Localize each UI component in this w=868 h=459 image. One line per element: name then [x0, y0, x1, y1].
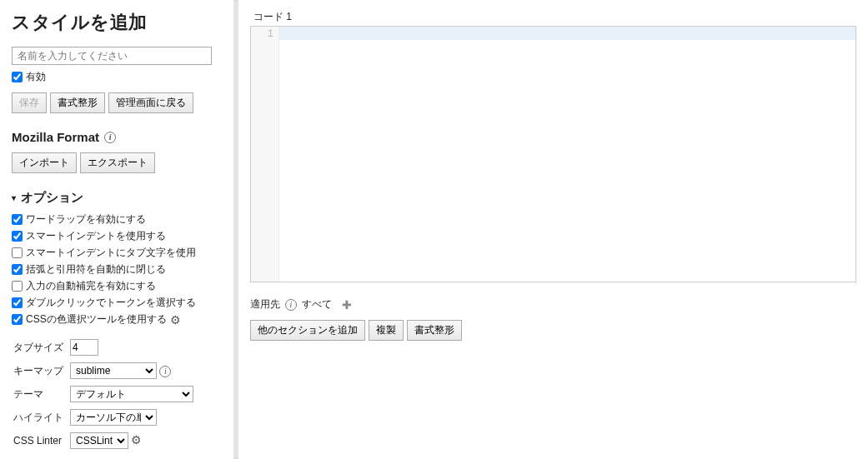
applies-to-value: すべて: [302, 297, 332, 312]
main-pane: コード 1 1 適用先 i すべて ✚ 他のセクションを追加 複製 書式整形: [238, 0, 868, 459]
keymap-label: キーマップ: [13, 360, 68, 382]
theme-select[interactable]: デフォルト: [70, 386, 193, 402]
options-heading[interactable]: ▾ オプション: [12, 190, 223, 206]
code-section-label: コード 1: [250, 10, 856, 24]
name-row: [12, 47, 223, 65]
tabsize-label: タブサイズ: [13, 337, 68, 358]
dblclick-checkbox[interactable]: [12, 297, 23, 308]
action-buttons: 保存 書式整形 管理画面に戻る: [12, 92, 223, 113]
gear-icon[interactable]: ⚙: [170, 314, 181, 326]
mozilla-buttons: インポート エクスポート: [12, 152, 223, 173]
add-section-button[interactable]: 他のセクションを追加: [250, 320, 365, 341]
code-gutter: 1: [251, 27, 279, 282]
tabsize-input[interactable]: [70, 339, 98, 356]
option-colorpicker[interactable]: CSSの色選択ツールを使用する ⚙: [12, 312, 223, 327]
highlight-select[interactable]: カーソル下の単語: [70, 409, 157, 426]
beautify-section-button[interactable]: 書式整形: [407, 320, 462, 341]
option-dblclick[interactable]: ダブルクリックでトークンを選択する: [12, 296, 223, 310]
code-active-line: [279, 27, 855, 40]
option-smartindent[interactable]: スマートインデントを使用する: [12, 229, 223, 243]
section-buttons: 他のセクションを追加 複製 書式整形: [250, 320, 856, 341]
gear-icon[interactable]: ⚙: [131, 434, 142, 446]
add-applies-button[interactable]: ✚: [342, 298, 352, 312]
applies-to-row: 適用先 i すべて ✚: [250, 297, 856, 312]
linter-label: CSS Linter: [13, 430, 68, 452]
autocomplete-checkbox[interactable]: [12, 281, 23, 292]
info-icon[interactable]: i: [285, 299, 297, 311]
applies-to-label: 適用先: [250, 297, 280, 312]
enabled-label: 有効: [26, 70, 46, 84]
code-editor[interactable]: 1: [250, 26, 856, 282]
page-title: スタイルを追加: [12, 10, 223, 35]
option-autoclose[interactable]: 括弧と引用符を自動的に閉じる: [12, 262, 223, 277]
clone-button[interactable]: 複製: [369, 320, 404, 341]
smartindent-checkbox[interactable]: [12, 231, 23, 242]
enabled-checkbox[interactable]: [12, 72, 23, 82]
option-wordwrap[interactable]: ワードラップを有効にする: [12, 212, 223, 227]
colorpicker-checkbox[interactable]: [12, 314, 23, 325]
keymap-select[interactable]: sublime: [70, 362, 157, 379]
enabled-checkbox-row[interactable]: 有効: [12, 70, 223, 84]
settings-table: タブサイズ キーマップ sublime i テーマ デフォルト: [12, 335, 200, 453]
code-body[interactable]: [279, 27, 855, 282]
style-name-input[interactable]: [12, 47, 212, 65]
indenttabs-checkbox[interactable]: [12, 247, 23, 258]
wordwrap-checkbox[interactable]: [12, 214, 23, 225]
linter-select[interactable]: CSSLint: [70, 432, 128, 449]
back-button[interactable]: 管理画面に戻る: [108, 92, 193, 113]
info-icon[interactable]: i: [159, 366, 171, 377]
sidebar: スタイルを追加 有効 保存 書式整形 管理画面に戻る Mozilla Forma…: [0, 0, 233, 459]
mozilla-format-heading: Mozilla Format i: [12, 130, 223, 144]
option-autocomplete[interactable]: 入力の自動補完を有効にする: [12, 279, 223, 293]
export-button[interactable]: エクスポート: [80, 152, 155, 173]
beautify-button[interactable]: 書式整形: [50, 92, 105, 113]
chevron-down-icon: ▾: [12, 193, 16, 202]
autoclose-checkbox[interactable]: [12, 264, 23, 275]
option-indenttabs[interactable]: スマートインデントにタブ文字を使用: [12, 246, 223, 260]
gutter-line: 1: [251, 28, 273, 40]
info-icon[interactable]: i: [104, 132, 116, 143]
import-button[interactable]: インポート: [12, 152, 77, 173]
highlight-label: ハイライト: [13, 407, 68, 428]
theme-label: テーマ: [13, 383, 68, 405]
save-button[interactable]: 保存: [12, 92, 47, 113]
